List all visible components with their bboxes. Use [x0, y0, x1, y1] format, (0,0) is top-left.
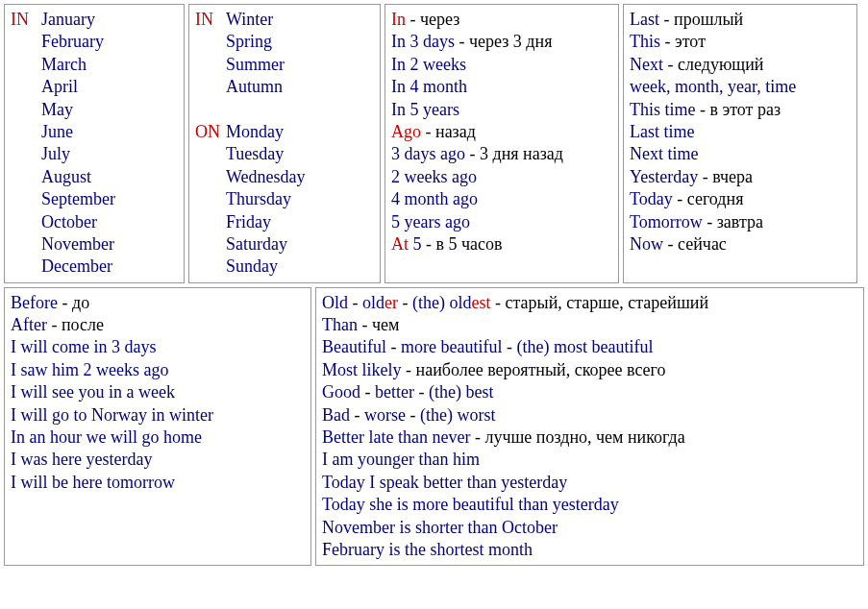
- prep-label: [195, 54, 226, 76]
- time-word-line: Now - сейчас: [630, 233, 851, 256]
- comparative-line: Today she is more beautiful than yesterd…: [322, 494, 857, 516]
- before-after-line: In an hour we will go home: [11, 426, 305, 449]
- comparative-line: Beautiful - more beautiful - (the) most …: [322, 336, 857, 358]
- in-ago-line: In 4 month: [391, 76, 612, 98]
- month-item: September: [41, 188, 178, 210]
- in-ago-line: At 5 - в 5 часов: [391, 233, 612, 256]
- time-word-line: Today - сегодня: [630, 188, 851, 210]
- month-item: January: [41, 9, 178, 31]
- comparative-line: Most likely - наиболее вероятный, скорее…: [322, 359, 857, 381]
- list-item: Wednesday: [226, 166, 374, 188]
- list-item: Sunday: [226, 256, 374, 278]
- list-item: Saturday: [226, 233, 374, 256]
- in-ago-line: 2 weeks ago: [391, 166, 612, 188]
- bottom-row: Before - доAfter - послеI will come in 3…: [4, 287, 864, 567]
- list-item: Summer: [226, 54, 374, 76]
- prep-label: [195, 188, 226, 210]
- before-after-line: I will come in 3 days: [11, 336, 305, 358]
- comparatives-box: Old - older - (the) oldest - старый, ста…: [315, 287, 864, 567]
- list-item: Monday: [226, 121, 374, 143]
- comparative-line: November is shorter than October: [322, 517, 857, 539]
- month-item: August: [41, 166, 178, 188]
- time-word-line: Last - прошлый: [630, 9, 851, 31]
- in-ago-line: In - через: [391, 9, 612, 31]
- in-ago-line: In 3 days - через 3 дня: [391, 31, 612, 53]
- month-item: October: [41, 211, 178, 233]
- list-item: Winter: [226, 9, 374, 31]
- month-item: April: [41, 76, 178, 98]
- prep-label: [195, 143, 226, 165]
- prep-label: [195, 211, 226, 233]
- prep-column: IN ON: [195, 9, 226, 279]
- in-ago-line: In 5 years: [391, 99, 612, 121]
- time-word-line: This - этот: [630, 31, 851, 53]
- comparative-line: Bad - worse - (the) worst: [322, 404, 857, 426]
- before-after-line: I saw him 2 weeks ago: [11, 359, 305, 381]
- time-words-box: Last - прошлыйThis - этотNext - следующи…: [623, 4, 857, 283]
- before-after-line: I will see you in a week: [11, 381, 305, 403]
- comparative-line: I am younger than him: [322, 449, 857, 471]
- comparative-line: February is the shortest month: [322, 539, 857, 561]
- before-after-box: Before - доAfter - послеI will come in 3…: [4, 287, 311, 567]
- prep-label: [195, 233, 226, 256]
- month-item: December: [41, 256, 178, 278]
- before-after-line: I was here yesterday: [11, 449, 305, 471]
- comparative-line: Better late than never - лучше поздно, ч…: [322, 426, 857, 449]
- in-ago-line: 3 days ago - 3 дня назад: [391, 143, 612, 165]
- in-ago-line: In 2 weeks: [391, 54, 612, 76]
- prep-label: [195, 31, 226, 53]
- time-word-line: Tomorrow - завтра: [630, 211, 851, 233]
- list-item: Spring: [226, 31, 374, 53]
- before-after-line: I will be here tomorrow: [11, 472, 305, 494]
- months-box: IN JanuaryFebruaryMarchAprilMayJuneJulyA…: [4, 4, 185, 283]
- comparative-line: Than - чем: [322, 314, 857, 336]
- in-ago-line: 4 month ago: [391, 188, 612, 210]
- list-item: Autumn: [226, 76, 374, 98]
- time-word-line: Next - следующий: [630, 54, 851, 76]
- seasons-days-box: IN ON WinterSpringSummerAutumnMondayTues…: [188, 4, 381, 283]
- in-ago-line: Ago - назад: [391, 121, 612, 143]
- prep-label: IN: [195, 9, 226, 31]
- comparative-line: Good - better - (the) best: [322, 381, 857, 403]
- before-after-line: After - после: [11, 314, 305, 336]
- month-item: March: [41, 54, 178, 76]
- comparative-line: Today I speak better than yesterday: [322, 472, 857, 494]
- in-ago-box: In - черезIn 3 days - через 3 дняIn 2 we…: [384, 4, 619, 283]
- comparative-line: Old - older - (the) oldest - старый, ста…: [322, 292, 857, 314]
- time-word-line: Last time: [630, 121, 851, 143]
- months-list: JanuaryFebruaryMarchAprilMayJuneJulyAugu…: [41, 9, 178, 279]
- month-item: May: [41, 99, 178, 121]
- top-row: IN JanuaryFebruaryMarchAprilMayJuneJulyA…: [4, 4, 864, 283]
- before-after-line: I will go to Norway in winter: [11, 404, 305, 426]
- month-item: February: [41, 31, 178, 53]
- prep-label: [195, 166, 226, 188]
- month-item: November: [41, 233, 178, 256]
- time-word-line: This time - в этот раз: [630, 99, 851, 121]
- in-ago-line: 5 years ago: [391, 211, 612, 233]
- month-item: June: [41, 121, 178, 143]
- seasons-days-list: WinterSpringSummerAutumnMondayTuesdayWed…: [226, 9, 374, 279]
- time-word-line: Yesterday - вчера: [630, 166, 851, 188]
- list-item: Tuesday: [226, 143, 374, 165]
- before-after-line: Before - до: [11, 292, 305, 314]
- prep-in: IN: [11, 9, 41, 31]
- list-item: Thursday: [226, 188, 374, 210]
- time-word-line: Next time: [630, 143, 851, 165]
- prep-label: ON: [195, 121, 226, 143]
- time-word-line: week, month, year, time: [630, 76, 851, 98]
- prep-label: [195, 76, 226, 98]
- list-item: Friday: [226, 211, 374, 233]
- prep-label: [195, 256, 226, 278]
- month-item: July: [41, 143, 178, 165]
